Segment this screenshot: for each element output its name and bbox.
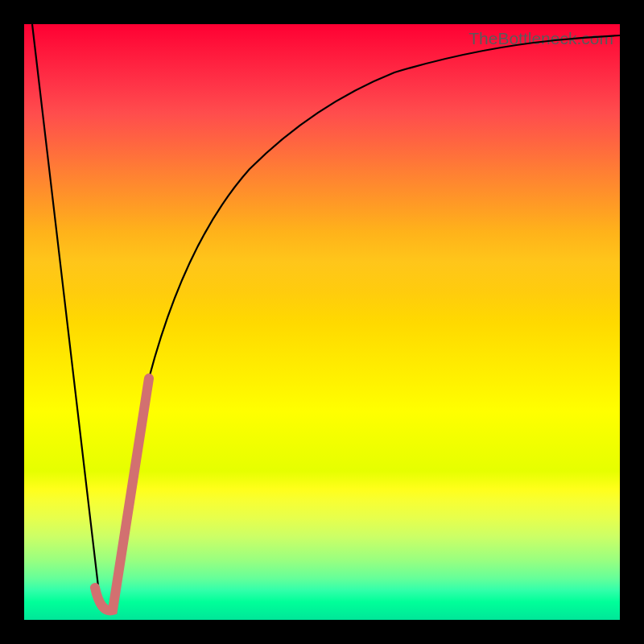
- bottleneck-curve-line: [32, 24, 620, 609]
- plot-area: TheBottleneck.com: [24, 24, 620, 620]
- watermark-text: TheBottleneck.com: [469, 29, 613, 48]
- chart-svg: [24, 24, 620, 620]
- chart-container: TheBottleneck.com: [0, 0, 644, 644]
- allowed-range-overlay: [95, 378, 149, 610]
